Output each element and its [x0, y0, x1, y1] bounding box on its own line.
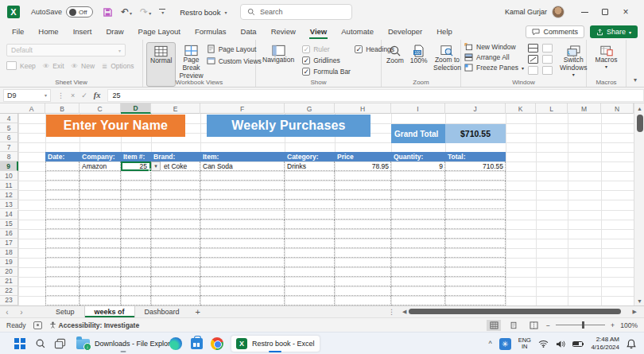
table-cell-I20[interactable]: [391, 267, 445, 277]
table-cell-C15[interactable]: [80, 220, 121, 229]
taskbar-search-button[interactable]: [32, 335, 49, 352]
avatar[interactable]: [552, 6, 564, 18]
unhide-window-button[interactable]: [528, 66, 538, 75]
zoom-slider-thumb[interactable]: [582, 321, 584, 329]
table-cell-J12[interactable]: [445, 190, 506, 200]
page-layout-status-button[interactable]: [506, 320, 521, 331]
column-header-G[interactable]: G: [285, 103, 335, 114]
table-cell-B20[interactable]: [45, 267, 80, 277]
view-side-by-side-button[interactable]: [542, 44, 553, 53]
selected-cell-D9[interactable]: 25: [121, 161, 151, 171]
restore-button[interactable]: [595, 3, 615, 21]
speaker-icon[interactable]: [556, 340, 565, 348]
worksheet-grid[interactable]: ABCDEFGHIJKLMN 4567891011121314151617181…: [0, 103, 644, 305]
table-cell-E16[interactable]: [151, 229, 200, 239]
arrange-all-button[interactable]: Arrange All: [464, 53, 524, 61]
autosave-control[interactable]: AutoSave Off: [31, 6, 93, 18]
table-cell-C12[interactable]: [80, 190, 121, 200]
column-header-K[interactable]: K: [506, 103, 536, 114]
table-cell-C21[interactable]: [80, 277, 121, 286]
table-cell-F18[interactable]: [200, 248, 285, 258]
keep-sheet-view-button[interactable]: Keep: [6, 61, 36, 70]
table-header-item[interactable]: Item #:: [121, 152, 151, 161]
table-cell-C14[interactable]: [80, 210, 121, 220]
accessibility-status[interactable]: Accessibility: Investigate: [49, 321, 140, 329]
table-cell-J18[interactable]: [445, 248, 506, 258]
close-button[interactable]: ×: [615, 3, 636, 21]
horizontal-scrollbar[interactable]: ⋮ ◀ ▶: [388, 306, 644, 317]
row-header-23[interactable]: 23: [0, 296, 18, 305]
table-cell-G22[interactable]: [285, 286, 335, 296]
table-cell-E17[interactable]: [151, 239, 200, 248]
split-button[interactable]: [528, 44, 538, 53]
table-cell-G18[interactable]: [285, 248, 335, 258]
table-cell-B17[interactable]: [45, 239, 80, 248]
table-cell-J13[interactable]: [445, 200, 506, 209]
table-cell-D17[interactable]: [121, 239, 151, 248]
table-cell-C13[interactable]: [80, 200, 121, 209]
table-cell-D18[interactable]: [121, 248, 151, 258]
table-cell-F17[interactable]: [200, 239, 285, 248]
weekly-purchases-banner[interactable]: Weekly Purchases: [207, 115, 370, 137]
table-cell-F12[interactable]: [200, 190, 285, 200]
ribbon-tab-insert[interactable]: Insert: [66, 25, 99, 39]
column-header-J[interactable]: J: [445, 103, 506, 114]
macro-record-icon[interactable]: [33, 321, 42, 329]
search-input[interactable]: Search: [240, 4, 352, 20]
cell-G9[interactable]: Drinks: [285, 161, 335, 171]
table-header-brand[interactable]: Brand:: [151, 152, 200, 161]
row-header-22[interactable]: 22: [0, 286, 18, 296]
cell-F9[interactable]: Can Soda: [200, 161, 285, 171]
table-cell-B15[interactable]: [45, 220, 80, 229]
table-cell-H20[interactable]: [335, 267, 391, 277]
table-cell-F22[interactable]: [200, 286, 285, 296]
zoom-slider[interactable]: [556, 325, 605, 325]
table-cell-G20[interactable]: [285, 267, 335, 277]
table-cell-C17[interactable]: [80, 239, 121, 248]
row-header-9[interactable]: 9: [0, 161, 18, 171]
taskbar-clock[interactable]: 2:48 AM 4/16/2024: [591, 336, 619, 351]
new-window-button[interactable]: New Window: [464, 43, 524, 51]
start-button[interactable]: [11, 335, 29, 352]
table-cell-J20[interactable]: [445, 267, 506, 277]
confirm-entry-icon[interactable]: ✓: [81, 91, 87, 99]
page-layout-view-button[interactable]: Page Layout: [207, 45, 262, 53]
next-sheet-button[interactable]: ›: [14, 306, 29, 317]
grand-total-value-cell[interactable]: $710.55: [445, 124, 506, 143]
table-cell-F19[interactable]: [200, 258, 285, 267]
reset-window-position-button[interactable]: [542, 66, 553, 75]
table-cell-J14[interactable]: [445, 210, 506, 220]
table-cell-E21[interactable]: [151, 277, 200, 286]
battery-icon[interactable]: [572, 341, 584, 347]
table-cell-J22[interactable]: [445, 286, 506, 296]
custom-views-button[interactable]: Custom Views: [207, 56, 262, 65]
table-cell-G12[interactable]: [285, 190, 335, 200]
column-header-E[interactable]: E: [151, 103, 200, 114]
table-header-category[interactable]: Category:: [285, 152, 335, 161]
table-cell-I18[interactable]: [391, 248, 445, 258]
autosave-toggle[interactable]: Off: [66, 6, 93, 18]
table-cell-D19[interactable]: [121, 258, 151, 267]
table-cell-I15[interactable]: [391, 220, 445, 229]
sheet-tab-dashboard[interactable]: Dashboard: [135, 306, 189, 317]
column-header-D[interactable]: D: [121, 103, 151, 114]
synchronous-scrolling-button[interactable]: [542, 55, 553, 64]
table-cell-F16[interactable]: [200, 229, 285, 239]
task-view-button[interactable]: [51, 335, 68, 352]
gridlines-checkbox[interactable]: ✓Gridlines: [302, 55, 355, 66]
table-cell-E23[interactable]: [151, 296, 200, 305]
horizontal-scroll-thumb[interactable]: [409, 309, 621, 314]
table-cell-J10[interactable]: [445, 171, 506, 181]
scroll-left-icon[interactable]: ◀: [402, 309, 406, 315]
row-header-10[interactable]: 10: [0, 171, 18, 181]
save-button[interactable]: [103, 7, 113, 18]
enter-your-name-banner[interactable]: Enter Your Name: [46, 115, 185, 137]
table-cell-B21[interactable]: [45, 277, 80, 286]
table-cell-D15[interactable]: [121, 220, 151, 229]
table-header-company[interactable]: Company:: [80, 152, 121, 161]
table-cell-J16[interactable]: [445, 229, 506, 239]
redo-button[interactable]: ↷▾: [140, 8, 151, 16]
table-cell-J15[interactable]: [445, 220, 506, 229]
column-header-C[interactable]: C: [80, 103, 121, 114]
table-header-total[interactable]: Total:: [445, 152, 506, 161]
